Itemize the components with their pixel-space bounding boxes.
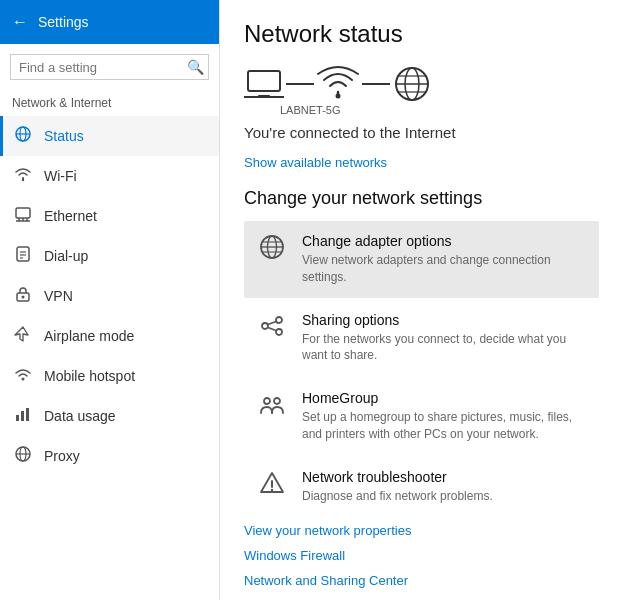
bottom-link-0[interactable]: View your network properties <box>244 523 599 538</box>
svg-rect-17 <box>21 411 24 421</box>
nav-label-vpn: VPN <box>44 288 73 304</box>
search-box[interactable]: 🔍 <box>10 54 209 80</box>
connected-text: You're connected to the Internet <box>244 124 599 141</box>
nav-container: Status Wi-Fi Ethernet Dial-up VPN Airpla… <box>0 116 219 476</box>
setting-title-troubleshooter: Network troubleshooter <box>302 469 493 485</box>
nav-label-hotspot: Mobile hotspot <box>44 368 135 384</box>
wifi-icon <box>316 64 360 104</box>
svg-rect-18 <box>26 408 29 421</box>
sharing-icon <box>254 313 290 345</box>
setting-text-homegroup: HomeGroup Set up a homegroup to share pi… <box>302 390 589 443</box>
search-input[interactable] <box>19 60 187 75</box>
section-label: Network & Internet <box>0 90 219 116</box>
sidebar: ← Settings 🔍 Network & Internet Status W… <box>0 0 220 600</box>
proxy-icon <box>12 445 34 467</box>
setting-desc-troubleshooter: Diagnose and fix network problems. <box>302 488 493 505</box>
sidebar-item-status[interactable]: Status <box>0 116 219 156</box>
adapter-icon <box>254 234 290 266</box>
svg-point-25 <box>336 94 341 99</box>
setting-text-troubleshooter: Network troubleshooter Diagnose and fix … <box>302 469 493 505</box>
setting-desc-homegroup: Set up a homegroup to share pictures, mu… <box>302 409 589 443</box>
sidebar-header: ← Settings <box>0 0 219 44</box>
hotspot-icon <box>12 365 34 387</box>
svg-rect-24 <box>258 95 270 97</box>
setting-title-homegroup: HomeGroup <box>302 390 589 406</box>
back-button[interactable]: ← <box>12 13 28 31</box>
vpn-icon <box>12 285 34 307</box>
nav-label-datausage: Data usage <box>44 408 116 424</box>
ethernet-icon <box>12 205 34 227</box>
svg-rect-22 <box>248 71 280 91</box>
change-heading: Change your network settings <box>244 188 599 209</box>
setting-text-sharing: Sharing options For the networks you con… <box>302 312 589 365</box>
troubleshooter-icon <box>254 470 290 502</box>
globe-icon <box>392 64 432 104</box>
svg-rect-9 <box>17 247 29 261</box>
setting-title-adapter: Change adapter options <box>302 233 589 249</box>
nav-label-ethernet: Ethernet <box>44 208 97 224</box>
sidebar-item-datausage[interactable]: Data usage <box>0 396 219 436</box>
nav-label-airplane: Airplane mode <box>44 328 134 344</box>
show-networks-link[interactable]: Show available networks <box>244 155 599 170</box>
sidebar-title: Settings <box>38 14 89 30</box>
bottom-links: View your network propertiesWindows Fire… <box>244 523 599 600</box>
setting-item-homegroup[interactable]: HomeGroup Set up a homegroup to share pi… <box>244 378 599 455</box>
airplane-icon <box>12 325 34 347</box>
sidebar-item-vpn[interactable]: VPN <box>0 276 219 316</box>
bottom-link-2[interactable]: Network and Sharing Center <box>244 573 599 588</box>
svg-point-42 <box>274 398 280 404</box>
svg-point-14 <box>22 296 25 299</box>
wifi-icon <box>12 165 34 187</box>
setting-item-troubleshooter[interactable]: Network troubleshooter Diagnose and fix … <box>244 457 599 517</box>
setting-text-adapter: Change adapter options View network adap… <box>302 233 589 286</box>
network-diagram: LABNET-5G <box>244 64 599 116</box>
main-content: Network status <box>220 0 623 600</box>
setting-desc-adapter: View network adapters and change connect… <box>302 252 589 286</box>
nav-label-dialup: Dial-up <box>44 248 88 264</box>
svg-line-40 <box>268 327 276 330</box>
setting-desc-sharing: For the networks you connect to, decide … <box>302 331 589 365</box>
svg-point-15 <box>22 378 25 381</box>
search-icon: 🔍 <box>187 59 204 75</box>
sidebar-item-proxy[interactable]: Proxy <box>0 436 219 476</box>
svg-line-39 <box>268 321 276 324</box>
svg-rect-4 <box>16 208 30 218</box>
datausage-icon <box>12 405 34 427</box>
sidebar-item-airplane[interactable]: Airplane mode <box>0 316 219 356</box>
svg-point-3 <box>22 179 24 181</box>
svg-point-45 <box>271 489 273 491</box>
setting-item-adapter[interactable]: Change adapter options View network adap… <box>244 221 599 298</box>
network-label: LABNET-5G <box>280 104 341 116</box>
status-icon <box>12 125 34 147</box>
svg-point-36 <box>262 323 268 329</box>
dialup-icon <box>12 245 34 267</box>
page-title: Network status <box>244 20 599 48</box>
bottom-link-1[interactable]: Windows Firewall <box>244 548 599 563</box>
diagram-labels: LABNET-5G <box>294 104 341 116</box>
line-1 <box>286 83 314 85</box>
laptop-icon <box>244 67 284 101</box>
svg-point-38 <box>276 329 282 335</box>
homegroup-icon <box>254 391 290 423</box>
nav-label-proxy: Proxy <box>44 448 80 464</box>
svg-point-37 <box>276 317 282 323</box>
svg-point-41 <box>264 398 270 404</box>
nav-label-status: Status <box>44 128 84 144</box>
setting-item-sharing[interactable]: Sharing options For the networks you con… <box>244 300 599 377</box>
sidebar-item-ethernet[interactable]: Ethernet <box>0 196 219 236</box>
nav-label-wifi: Wi-Fi <box>44 168 77 184</box>
sidebar-item-wifi[interactable]: Wi-Fi <box>0 156 219 196</box>
diagram-row <box>244 64 432 104</box>
line-2 <box>362 83 390 85</box>
settings-items: Change adapter options View network adap… <box>244 221 599 517</box>
svg-rect-16 <box>16 415 19 421</box>
sidebar-item-hotspot[interactable]: Mobile hotspot <box>0 356 219 396</box>
setting-title-sharing: Sharing options <box>302 312 589 328</box>
sidebar-item-dialup[interactable]: Dial-up <box>0 236 219 276</box>
